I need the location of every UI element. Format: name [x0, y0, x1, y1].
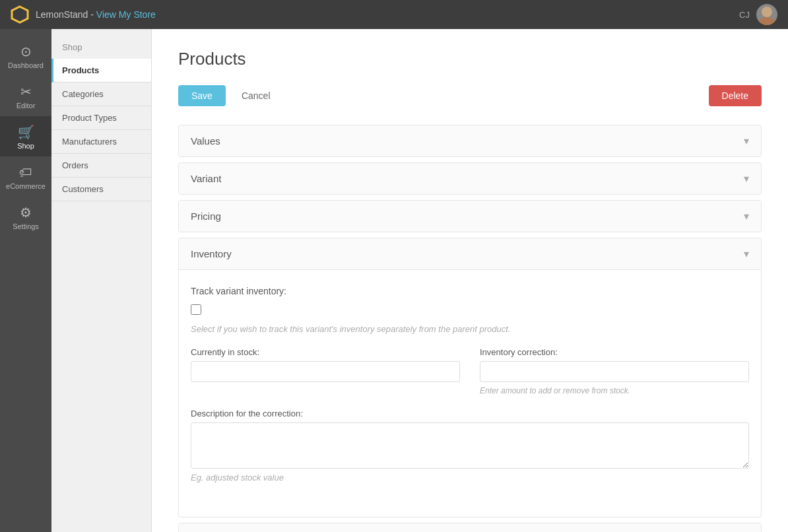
inventory-correction-group: Inventory correction: Enter amount to ad…: [480, 347, 749, 395]
nav-label-editor: Editor: [16, 102, 36, 110]
nav-label-settings: Settings: [13, 222, 39, 230]
images-accordion-header[interactable]: Images ▾: [179, 523, 761, 532]
variant-accordion: Variant ▾: [178, 162, 762, 195]
inventory-correction-input[interactable]: [480, 361, 749, 382]
pricing-chevron-icon: ▾: [744, 210, 749, 222]
inventory-content: Track variant inventory: Select if you w…: [179, 269, 761, 517]
stock-fields: Currently in stock: Inventory correction…: [191, 347, 749, 395]
user-initials: CJ: [739, 10, 750, 20]
pricing-accordion-title: Pricing: [191, 211, 221, 222]
variant-accordion-title: Variant: [191, 173, 221, 184]
delete-button[interactable]: Delete: [709, 85, 762, 106]
ecommerce-icon: 🏷: [19, 166, 32, 179]
nav-item-shop[interactable]: 🛒 Shop: [0, 116, 51, 156]
values-chevron-icon: ▾: [744, 135, 749, 147]
currently-in-stock-input[interactable]: [191, 361, 460, 382]
topbar-left: LemonStand - View My Store: [11, 5, 156, 24]
values-accordion-header[interactable]: Values ▾: [179, 125, 761, 156]
lemonstand-logo-icon: [11, 5, 29, 24]
toolbar: Save Cancel Delete: [178, 85, 762, 106]
content-area: Products Save Cancel Delete Values ▾ Var…: [152, 29, 788, 532]
svg-marker-0: [12, 7, 28, 22]
view-store-link[interactable]: View My Store: [96, 9, 156, 20]
inventory-accordion: Inventory ▾ Track variant inventory: Sel…: [178, 238, 762, 517]
editor-icon: ✂: [20, 85, 32, 98]
currently-in-stock-group: Currently in stock:: [191, 347, 460, 395]
sidebar-item-manufacturers[interactable]: Manufacturers: [51, 130, 151, 154]
cancel-button[interactable]: Cancel: [234, 85, 279, 106]
page-title: Products: [178, 49, 762, 69]
topbar: LemonStand - View My Store CJ: [0, 0, 788, 29]
nav-item-settings[interactable]: ⚙ Settings: [0, 197, 51, 237]
pricing-accordion: Pricing ▾: [178, 200, 762, 232]
currently-in-stock-label: Currently in stock:: [191, 347, 460, 357]
description-correction-group: Description for the correction: Eg. adju…: [191, 409, 749, 496]
images-accordion: Images ▾: [178, 523, 762, 532]
inventory-accordion-title: Inventory: [191, 248, 232, 259]
sidebar-item-products[interactable]: Products: [51, 59, 151, 83]
inventory-correction-hint: Enter amount to add or remove from stock…: [480, 386, 749, 395]
dashboard-icon: ⊙: [20, 45, 32, 58]
track-inventory-label: Track variant inventory:: [191, 286, 749, 296]
variant-accordion-header[interactable]: Variant ▾: [179, 163, 761, 194]
topbar-right: CJ: [739, 4, 777, 25]
save-button[interactable]: Save: [178, 85, 226, 106]
inventory-accordion-header[interactable]: Inventory ▾: [179, 238, 761, 269]
nav-item-dashboard[interactable]: ⊙ Dashboard: [0, 36, 51, 76]
user-avatar[interactable]: [756, 4, 777, 25]
track-inventory-checkbox-wrapper: [191, 304, 749, 315]
description-correction-textarea[interactable]: [191, 422, 749, 469]
settings-icon: ⚙: [20, 206, 32, 219]
pricing-accordion-header[interactable]: Pricing ▾: [179, 201, 761, 232]
track-inventory-hint: Select if you wish to track this variant…: [191, 324, 749, 334]
svg-point-1: [762, 7, 772, 17]
shop-icon: 🛒: [18, 125, 34, 139]
nav-label-shop: Shop: [17, 142, 34, 150]
sidebar-section-title: Shop: [51, 42, 151, 59]
sidebar-item-categories[interactable]: Categories: [51, 83, 151, 106]
inventory-chevron-icon: ▾: [744, 248, 749, 260]
sidebar-item-customers[interactable]: Customers: [51, 178, 151, 201]
nav-label-dashboard: Dashboard: [8, 61, 44, 69]
description-correction-label: Description for the correction:: [191, 409, 749, 418]
sidebar-item-orders[interactable]: Orders: [51, 154, 151, 178]
svg-point-2: [758, 17, 776, 25]
sidebar-item-product-types[interactable]: Product Types: [51, 106, 151, 130]
topbar-brand: LemonStand - View My Store: [36, 9, 156, 20]
variant-chevron-icon: ▾: [744, 172, 749, 185]
values-accordion-title: Values: [191, 135, 220, 147]
description-correction-hint: Eg. adjusted stock value: [191, 473, 749, 482]
nav-item-editor[interactable]: ✂ Editor: [0, 76, 51, 116]
nav-label-ecommerce: eCommerce: [6, 182, 46, 190]
nav-item-ecommerce[interactable]: 🏷 eCommerce: [0, 156, 51, 197]
inventory-correction-label: Inventory correction:: [480, 347, 749, 357]
values-accordion: Values ▾: [178, 125, 762, 157]
track-inventory-checkbox[interactable]: [191, 304, 201, 315]
icon-nav: ⊙ Dashboard ✂ Editor 🛒 Shop 🏷 eCommerce …: [0, 29, 51, 532]
main-layout: ⊙ Dashboard ✂ Editor 🛒 Shop 🏷 eCommerce …: [0, 29, 788, 532]
secondary-sidebar: Shop Products Categories Product Types M…: [51, 29, 152, 532]
